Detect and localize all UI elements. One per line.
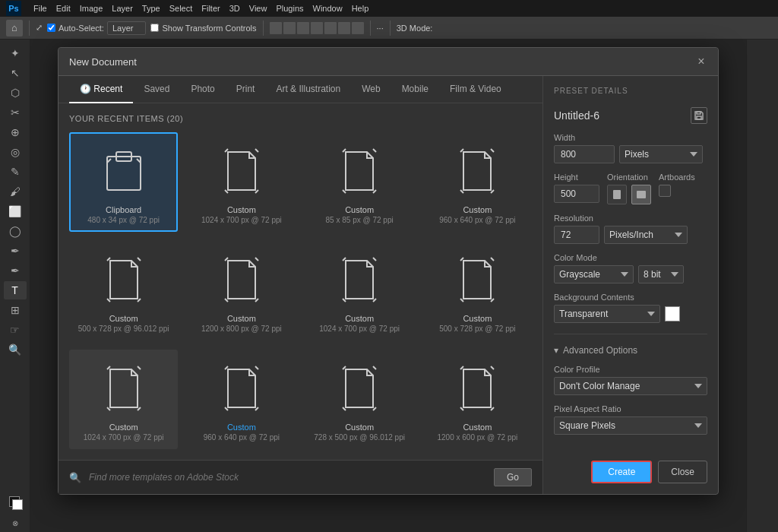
bg-color-swatch[interactable] <box>665 306 680 321</box>
recent-icon: 🕐 <box>80 84 93 94</box>
more-options[interactable]: ··· <box>377 24 384 33</box>
tab-print[interactable]: Print <box>226 76 266 103</box>
template-item-7[interactable]: Custom 500 x 728 px @ 72 ppi <box>423 241 532 340</box>
menu-select[interactable]: Select <box>169 4 193 13</box>
advanced-toggle[interactable]: ▾ Advanced Options <box>554 345 707 356</box>
menu-type[interactable]: Type <box>142 4 160 13</box>
tab-art[interactable]: Art & Illustration <box>265 76 351 103</box>
tab-photo[interactable]: Photo <box>180 76 225 103</box>
dialog-title: New Document <box>69 56 137 68</box>
save-preset-button[interactable] <box>691 107 707 124</box>
template-desc-7: 500 x 728 px @ 72 ppi <box>439 325 515 333</box>
dialog-close-button[interactable]: × <box>695 55 707 68</box>
template-item-9[interactable]: Custom 960 x 640 px @ 72 ppi <box>187 350 296 449</box>
template-item-2[interactable]: Custom 85 x 85 px @ 72 ppi <box>305 132 414 232</box>
tool-dodge[interactable]: ✒ <box>4 242 27 260</box>
template-item-5[interactable]: Custom 1200 x 800 px @ 72 ppi <box>187 241 296 340</box>
color-mode-select[interactable]: Grayscale RGB Color CMYK Color <box>554 265 634 283</box>
tab-mobile[interactable]: Mobile <box>391 76 439 103</box>
menu-view[interactable]: View <box>249 4 267 13</box>
menu-help[interactable]: Help <box>352 4 369 13</box>
template-item-clipboard[interactable]: Clipboard 480 x 34 px @ 72 ppi <box>69 132 178 232</box>
menu-bar: Ps File Edit Image Layer Type Select Fil… <box>0 0 778 17</box>
menu-3d[interactable]: 3D <box>229 4 240 13</box>
tab-recent[interactable]: 🕐 Recent <box>69 76 133 103</box>
show-transform-checkbox[interactable] <box>150 24 159 32</box>
tool-pen[interactable]: ✒ <box>4 261 27 280</box>
show-transform-label: Show Transform Controls <box>162 24 256 33</box>
menu-file[interactable]: File <box>33 4 47 13</box>
toolbar-sep4 <box>390 21 391 36</box>
ps-logo: Ps <box>6 1 21 16</box>
width-row: Pixels Inches Centimeters <box>554 145 707 163</box>
resolution-unit-select[interactable]: Pixels/Inch Pixels/Centimeter <box>604 226 688 244</box>
tool-hand[interactable]: ☞ <box>4 321 27 339</box>
menu-plugins[interactable]: Plugins <box>276 4 303 13</box>
tab-saved[interactable]: Saved <box>133 76 180 103</box>
height-group: Height <box>554 173 599 203</box>
tool-select[interactable]: ↖ <box>4 64 27 82</box>
tool-move[interactable]: ✦ <box>4 44 27 62</box>
pixel-ratio-group: Pixel Aspect Ratio Square Pixels D1/DV N… <box>554 404 707 435</box>
bit-depth-select[interactable]: 8 bit 16 bit 32 bit <box>638 265 684 283</box>
template-item-10[interactable]: Custom 728 x 500 px @ 96.012 ppi <box>305 350 414 449</box>
create-button[interactable]: Create <box>591 461 652 483</box>
tool-gradient[interactable]: ◯ <box>4 222 27 240</box>
resolution-input[interactable] <box>554 226 599 244</box>
tool-foreground[interactable] <box>4 494 27 512</box>
template-item-1[interactable]: Custom 778 x 532 px @ 72 ppi <box>187 132 296 232</box>
preset-name: Untitled-6 <box>554 109 599 122</box>
tool-lasso[interactable]: ⬡ <box>4 84 27 102</box>
artboard-checkbox[interactable] <box>659 185 671 197</box>
tool-eraser[interactable]: ⬜ <box>4 202 27 220</box>
auto-select-check[interactable]: Auto-Select: Layer <box>47 21 146 35</box>
template-name-4: Custom <box>109 314 138 323</box>
tab-web[interactable]: Web <box>351 76 391 103</box>
orientation-row <box>607 185 651 204</box>
show-transform-check[interactable]: Show Transform Controls <box>150 24 256 33</box>
search-icon: 🔍 <box>69 472 81 483</box>
doc-icon-1 <box>211 140 272 201</box>
menu-window[interactable]: Window <box>313 4 343 13</box>
bg-contents-select[interactable]: Transparent White Black <box>554 305 660 323</box>
tool-path[interactable]: ⊞ <box>4 301 27 319</box>
width-input[interactable] <box>554 145 615 163</box>
landscape-button[interactable] <box>631 185 651 204</box>
tool-type[interactable]: T <box>4 281 27 299</box>
color-profile-select[interactable]: Don't Color Manage sRGB IEC61966-2.1 Ado… <box>554 377 707 395</box>
width-unit-select[interactable]: Pixels Inches Centimeters <box>619 145 703 163</box>
tab-film[interactable]: Film & Video <box>439 76 512 103</box>
toolbar-sep2 <box>263 21 264 36</box>
tool-mode[interactable]: ⊗ <box>4 514 27 532</box>
template-item-3[interactable]: Custom 960 x 640 px @ 72 ppi <box>423 132 532 232</box>
auto-select-label: Auto-Select: <box>59 24 104 33</box>
tool-eyedropper[interactable]: ⊕ <box>4 123 27 141</box>
template-item-4[interactable]: Custom 500 x 728 px @ 96.012 ppi <box>69 241 178 340</box>
orientation-label: Orientation <box>607 173 651 182</box>
tool-stamp[interactable]: 🖌 <box>4 182 27 201</box>
doc-icon-11 <box>447 357 508 418</box>
search-input[interactable] <box>89 472 486 483</box>
menu-filter[interactable]: Filter <box>201 4 220 13</box>
pixel-ratio-select[interactable]: Square Pixels D1/DV NTSC (0.91) D1/DV PA… <box>554 416 707 435</box>
home-button[interactable]: ⌂ <box>6 20 23 36</box>
close-button[interactable]: Close <box>658 461 707 483</box>
menu-image[interactable]: Image <box>80 4 103 13</box>
doc-icon-2 <box>329 140 390 201</box>
tool-crop[interactable]: ✂ <box>4 103 27 122</box>
height-label: Height <box>554 173 599 182</box>
portrait-button[interactable] <box>607 185 627 204</box>
template-item-6[interactable]: Custom 778 x 532 px @ 72 ppi <box>305 241 414 340</box>
go-button[interactable]: Go <box>494 468 532 486</box>
new-document-dialog: New Document × 🕐 Recent Saved Photo Prin… <box>58 47 719 495</box>
template-item-8[interactable]: Custom 778 x 532 px @ 72 ppi <box>69 350 178 449</box>
modal-overlay: New Document × 🕐 Recent Saved Photo Prin… <box>30 40 746 532</box>
height-input[interactable] <box>554 185 599 203</box>
tool-brush[interactable]: ✎ <box>4 163 27 181</box>
menu-layer[interactable]: Layer <box>112 4 133 13</box>
auto-select-checkbox[interactable] <box>47 24 55 32</box>
tool-zoom[interactable]: 🔍 <box>4 340 27 359</box>
tool-heal[interactable]: ◎ <box>4 143 27 161</box>
template-item-11[interactable]: Custom 1200 x 600 px @ 72 ppi <box>423 350 532 449</box>
menu-edit[interactable]: Edit <box>56 4 71 13</box>
